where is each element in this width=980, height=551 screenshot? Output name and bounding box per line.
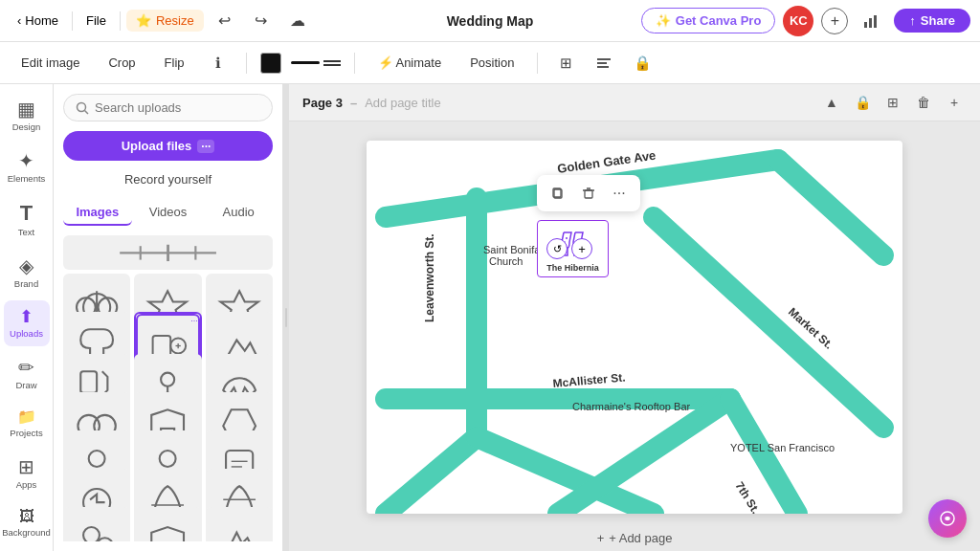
- canvas-page[interactable]: Golden Gate Ave Leavenworth St. Market S…: [367, 141, 902, 514]
- sidebar-item-apps[interactable]: ⊞ Apps: [4, 450, 50, 497]
- wand-icon: ✨: [656, 13, 671, 28]
- sidebar-apps-label: Apps: [16, 479, 37, 490]
- page-delete-btn[interactable]: 🗑: [911, 90, 936, 115]
- align-btn[interactable]: [590, 49, 618, 77]
- svg-text:Church: Church: [489, 255, 523, 267]
- page-up-btn[interactable]: ▲: [819, 90, 844, 115]
- sidebar-item-background[interactable]: 🖼 Background: [4, 501, 50, 545]
- upload-item[interactable]: [63, 507, 130, 541]
- align-icon: [595, 55, 612, 72]
- context-more-btn[interactable]: ···: [606, 180, 633, 207]
- add-page-title[interactable]: Add page title: [365, 96, 441, 110]
- add-page-bar[interactable]: + + Add page: [590, 523, 680, 551]
- svg-point-61: [566, 237, 568, 239]
- sidebar-item-text[interactable]: T Text: [4, 195, 50, 245]
- sidebar-brand-label: Brand: [14, 278, 38, 289]
- tab-videos[interactable]: Videos: [134, 200, 203, 226]
- elements-icon: ✦: [18, 151, 34, 170]
- add-page-label: + Add page: [609, 531, 672, 545]
- svg-line-45: [558, 399, 730, 514]
- nav-home-btn[interactable]: ‹ Home: [10, 10, 66, 32]
- add-page-icon: +: [597, 531, 605, 545]
- context-menu: ···: [537, 175, 640, 211]
- upload-item[interactable]: [63, 235, 273, 270]
- delete-icon: [582, 187, 595, 200]
- color-swatch[interactable]: [260, 53, 281, 74]
- svg-rect-5: [597, 66, 609, 68]
- svg-rect-3: [597, 58, 611, 60]
- tb-divider-1: [246, 53, 247, 74]
- analytics-btn[interactable]: [856, 6, 886, 36]
- upload-item[interactable]: [206, 507, 273, 541]
- search-bar[interactable]: [63, 94, 273, 121]
- projects-icon: 📁: [17, 409, 36, 425]
- edit-image-label: Edit image: [21, 55, 79, 70]
- magic-btn[interactable]: [928, 499, 967, 538]
- rotate-handle[interactable]: ↺: [546, 238, 568, 259]
- avatar[interactable]: KC: [783, 6, 813, 36]
- context-delete-btn[interactable]: [575, 180, 602, 207]
- star-icon: ⭐: [136, 13, 151, 28]
- draw-icon: ✏: [18, 358, 34, 377]
- search-input[interactable]: [95, 100, 260, 115]
- info-btn[interactable]: ℹ: [204, 49, 233, 77]
- share-icon: ↑: [909, 13, 916, 28]
- sidebar-item-design[interactable]: ▦ Design: [4, 92, 50, 140]
- page-more-btn[interactable]: +: [942, 90, 967, 115]
- share-btn[interactable]: ↑ Share: [894, 9, 970, 33]
- text-icon: T: [20, 203, 33, 224]
- sidebar-item-elements[interactable]: ✦ Elements: [4, 143, 50, 191]
- cloud-save-btn[interactable]: ☁: [282, 6, 313, 36]
- svg-rect-20: [80, 371, 97, 393]
- animate-btn[interactable]: ⚡ Animate: [368, 51, 452, 75]
- redo-icon: ↪: [255, 11, 267, 30]
- svg-line-7: [85, 110, 89, 114]
- tab-images[interactable]: Images: [63, 200, 132, 226]
- lock-btn[interactable]: 🔒: [628, 49, 657, 77]
- resize-btn[interactable]: ⭐ Resize: [126, 10, 204, 32]
- sidebar-elements-label: Elements: [8, 173, 46, 184]
- upload-item[interactable]: [134, 507, 201, 541]
- page-lock-btn[interactable]: 🔒: [850, 90, 875, 115]
- record-label: Record yourself: [124, 172, 212, 187]
- flip-btn[interactable]: Flip: [155, 51, 194, 75]
- sidebar-item-draw[interactable]: ✏ Draw: [4, 350, 50, 398]
- line-style-btn[interactable]: [323, 60, 341, 66]
- add-collaborator-btn[interactable]: +: [821, 8, 848, 34]
- sidebar-draw-label: Draw: [15, 380, 36, 390]
- tab-audio[interactable]: Audio: [204, 200, 273, 226]
- expand-handle[interactable]: +: [571, 238, 592, 259]
- resize-grip: [285, 308, 287, 327]
- file-menu-btn[interactable]: File: [78, 10, 114, 32]
- uploads-icon: ⬆: [19, 308, 33, 325]
- sidebar-item-uploads[interactable]: ⬆ Uploads: [4, 300, 50, 346]
- upload-files-btn[interactable]: Upload files ···: [63, 131, 273, 161]
- svg-text:Charmaine's Rooftop Bar: Charmaine's Rooftop Bar: [572, 401, 690, 412]
- grid-btn[interactable]: ⊞: [551, 49, 580, 77]
- edit-image-btn[interactable]: Edit image: [11, 51, 89, 75]
- svg-point-36: [83, 527, 100, 541]
- second-toolbar: Edit image Crop Flip ℹ ⚡ Animate Positio…: [0, 42, 980, 84]
- animate-label: Animate: [395, 55, 441, 70]
- redo-btn[interactable]: ↪: [246, 6, 277, 36]
- context-copy-btn[interactable]: [545, 180, 571, 207]
- crop-btn[interactable]: Crop: [99, 51, 145, 75]
- chevron-left-icon: ‹: [17, 13, 21, 28]
- sidebar-item-brand[interactable]: ◈ Brand: [4, 249, 50, 297]
- position-btn[interactable]: Position: [460, 51, 523, 75]
- position-label: Position: [470, 55, 514, 70]
- line-weight-indicator[interactable]: [291, 61, 320, 64]
- svg-rect-0: [864, 22, 867, 28]
- document-title: Wedding Map: [447, 13, 534, 29]
- canvas-scroll[interactable]: Golden Gate Ave Leavenworth St. Market S…: [289, 121, 980, 551]
- upload-more-icon[interactable]: ···: [197, 140, 214, 153]
- uploads-grid: ···: [63, 235, 273, 541]
- undo-btn[interactable]: ↩: [210, 6, 240, 36]
- page-copy-btn[interactable]: ⊞: [880, 90, 905, 115]
- sidebar-item-projects[interactable]: 📁 Projects: [4, 402, 50, 446]
- record-btn[interactable]: Record yourself: [63, 166, 273, 192]
- get-canva-btn[interactable]: ✨ Get Canva Pro: [641, 8, 776, 33]
- tab-videos-label: Videos: [149, 205, 188, 219]
- hibernia-label: The Hibernia: [546, 263, 599, 273]
- svg-point-26: [89, 451, 105, 467]
